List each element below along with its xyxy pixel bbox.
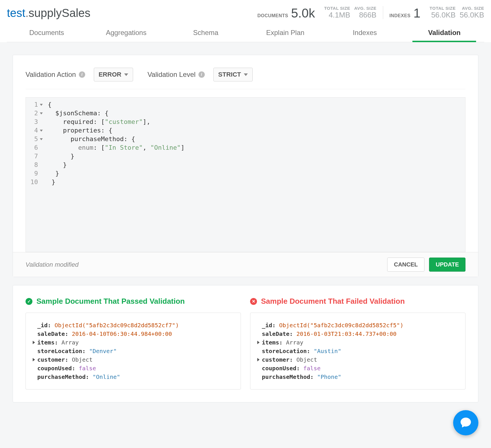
chevron-down-icon xyxy=(244,73,248,76)
chevron-down-icon xyxy=(124,73,128,76)
info-icon[interactable]: i xyxy=(79,71,85,78)
tabs: Documents Aggregations Schema Explain Pl… xyxy=(7,25,484,42)
namespace-db: test xyxy=(7,7,25,19)
sample-pass: ✓ Sample Document That Passed Validation… xyxy=(26,297,241,389)
tab-indexes[interactable]: Indexes xyxy=(325,25,404,42)
documents-total-size: TOTAL SIZE 4.1MB xyxy=(324,6,350,20)
validation-card: Validation Action i ERROR Validation Lev… xyxy=(13,55,478,277)
x-circle-icon: ✕ xyxy=(250,298,257,305)
fold-icon[interactable] xyxy=(40,112,43,114)
fold-icon[interactable] xyxy=(40,130,43,132)
fold-icon[interactable] xyxy=(40,138,43,140)
sample-fail: ✕ Sample Document That Failed Validation… xyxy=(250,297,465,389)
namespace-collection: supplySales xyxy=(29,7,91,19)
validation-controls: Validation Action i ERROR Validation Lev… xyxy=(26,68,465,89)
body: Validation Action i ERROR Validation Lev… xyxy=(0,42,491,415)
sample-pass-title: ✓ Sample Document That Passed Validation xyxy=(26,297,241,306)
tab-validation[interactable]: Validation xyxy=(405,25,484,42)
stats-divider xyxy=(383,6,383,19)
stats-row: DOCUMENTS 5.0k TOTAL SIZE 4.1MB AVG. SIZ… xyxy=(257,6,484,20)
schema-editor[interactable]: 1 2 3 4 5 6 7 8 9 10 { $jsonSchema: { re… xyxy=(26,97,465,252)
sample-fail-doc: _id: ObjectId("5afb2c3dc09c8d2dd5852cf5"… xyxy=(250,313,465,389)
header-top: test.supplySales DOCUMENTS 5.0k TOTAL SI… xyxy=(7,6,484,25)
indexes-total-size: TOTAL SIZE 56.0KB xyxy=(430,6,456,20)
samples-card: ✓ Sample Document That Passed Validation… xyxy=(13,285,478,402)
modified-label: Validation modified xyxy=(26,261,79,268)
sample-fail-title: ✕ Sample Document That Failed Validation xyxy=(250,297,465,306)
editor-code[interactable]: { $jsonSchema: { required: ["customer"],… xyxy=(45,98,188,252)
tab-documents[interactable]: Documents xyxy=(7,25,86,42)
expand-icon[interactable] xyxy=(33,358,35,361)
editor-footer: Validation modified CANCEL UPDATE xyxy=(13,252,478,277)
fold-icon[interactable] xyxy=(40,104,43,106)
sample-pass-doc: _id: ObjectId("5afb2c3dc09c8d2dd5852cf7"… xyxy=(26,313,241,389)
documents-label: DOCUMENTS xyxy=(257,13,288,20)
indexes-label: INDEXES xyxy=(389,13,411,20)
tab-explain-plan[interactable]: Explain Plan xyxy=(246,25,325,42)
validation-action-label: Validation Action i xyxy=(26,71,85,79)
documents-stat: DOCUMENTS 5.0k xyxy=(257,7,315,20)
validation-level-label: Validation Level i xyxy=(147,71,205,79)
check-circle-icon: ✓ xyxy=(26,298,32,305)
update-button[interactable]: UPDATE xyxy=(429,258,465,272)
validation-level-dropdown[interactable]: STRICT xyxy=(213,68,253,81)
tab-aggregations[interactable]: Aggregations xyxy=(86,25,166,42)
expand-icon[interactable] xyxy=(33,341,35,344)
indexes-avg-size: AVG. SIZE 56.0KB xyxy=(460,6,484,20)
header: test.supplySales DOCUMENTS 5.0k TOTAL SI… xyxy=(0,0,491,42)
namespace-dot: . xyxy=(25,7,28,19)
documents-count: 5.0k xyxy=(291,7,315,20)
cancel-button[interactable]: CANCEL xyxy=(387,258,424,272)
indexes-stat: INDEXES 1 xyxy=(389,7,420,20)
editor-gutter: 1 2 3 4 5 6 7 8 9 10 xyxy=(26,98,45,252)
validation-action-dropdown[interactable]: ERROR xyxy=(94,68,133,81)
info-icon[interactable]: i xyxy=(198,71,205,78)
namespace-title: test.supplySales xyxy=(7,7,90,20)
documents-avg-size: AVG. SIZE 866B xyxy=(354,6,377,20)
indexes-count: 1 xyxy=(413,7,420,20)
expand-icon[interactable] xyxy=(257,341,260,344)
expand-icon[interactable] xyxy=(257,358,260,361)
tab-schema[interactable]: Schema xyxy=(166,25,246,42)
